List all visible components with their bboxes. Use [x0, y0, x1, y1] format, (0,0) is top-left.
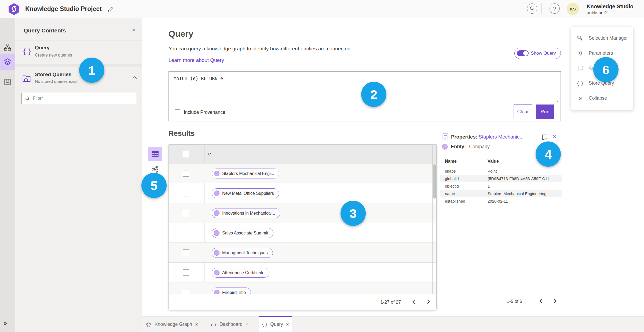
sidebar-item-stored-queries[interactable]: Stored Queries No stored queries exist [15, 67, 142, 92]
braces-icon: { } [262, 322, 267, 327]
filter-input[interactable] [33, 96, 124, 101]
collapse-item[interactable]: » Collapse [571, 91, 633, 106]
property-row: established2020-02-11 [440, 197, 562, 205]
query-item-description: Create new queries [35, 53, 72, 58]
entity-pill[interactable]: Staplers Mechanical Engi... [212, 169, 279, 178]
tab-dashboard[interactable]: Dashboard × [211, 316, 248, 332]
table-row: Innovations in Mechanical... [169, 203, 436, 223]
chevron-up-icon[interactable] [132, 76, 137, 79]
row-checkbox[interactable] [183, 230, 189, 236]
app-logo-icon[interactable] [8, 3, 20, 16]
results-table-header: e [169, 145, 436, 163]
network-icon [146, 322, 152, 327]
table-row: Attendance Certificate [169, 263, 436, 282]
entity-pill[interactable]: Attendance Certificate [212, 268, 269, 278]
braces-icon: { } [577, 80, 584, 87]
results-title: Results [169, 129, 195, 138]
property-row: shapePoint [440, 167, 562, 175]
entity-dot-icon [214, 171, 219, 176]
filter-search-icon [25, 96, 30, 101]
entity-dot-icon [214, 230, 219, 236]
tab-query-active[interactable]: { } Query × [259, 316, 292, 332]
entity-dot-icon [214, 191, 219, 196]
row-checkbox[interactable] [183, 249, 189, 256]
save-icon[interactable] [4, 78, 11, 86]
entity-pill[interactable]: New Metal Office Suppliers [212, 188, 279, 198]
project-hierarchy-icon[interactable] [4, 43, 11, 51]
entity-pill[interactable]: Innovations in Mechanical... [212, 208, 280, 218]
editor-footer-divider [169, 104, 561, 104]
query-editor-input[interactable]: MATCH (e) RETURN e [174, 76, 223, 81]
selection-manager-icon [577, 35, 584, 42]
table-view-button[interactable] [148, 147, 162, 161]
account-role: publisher2 [587, 10, 633, 16]
clear-button[interactable]: Clear [514, 105, 532, 119]
value-column-header: Value [488, 159, 499, 164]
prev-page-icon[interactable] [411, 299, 418, 306]
table-row: Sales Associate Summit [169, 223, 436, 243]
next-page-icon[interactable] [425, 299, 432, 306]
close-properties-icon[interactable]: × [552, 133, 556, 140]
row-checkbox[interactable] [183, 210, 189, 216]
tab-close-icon[interactable]: × [195, 322, 198, 327]
gauge-icon [211, 322, 217, 327]
avatar[interactable]: KS [567, 3, 579, 15]
account-info[interactable]: Knowledge Studio publisher2 [587, 3, 633, 16]
row-checkbox[interactable] [183, 190, 189, 196]
search-icon [529, 6, 535, 11]
properties-footer-divider [441, 293, 562, 293]
query-description: You can query a knowledge graph to ident… [169, 46, 352, 52]
section-divider [15, 64, 142, 66]
entity-pill[interactable]: Firebird Title [212, 288, 251, 294]
properties-entity-link[interactable]: Staplers Mechanic... [479, 134, 524, 140]
entity-dot-icon [214, 250, 219, 256]
entity-pill[interactable]: Sales Associate Summit [212, 228, 273, 238]
row-checkbox[interactable] [183, 289, 189, 294]
results-pagination: 1-27 of 27 [169, 294, 436, 310]
run-button[interactable]: Run [536, 105, 554, 119]
question-icon: ? [553, 6, 556, 12]
stored-queries-folder-icon [22, 74, 31, 82]
entity-dot-icon [214, 270, 219, 275]
graph-view-button[interactable] [151, 166, 159, 173]
show-query-toggle[interactable]: Show Query [514, 48, 561, 59]
search-button[interactable] [527, 3, 537, 14]
callout-4: 4 [536, 141, 561, 167]
page-title: Query [169, 29, 193, 39]
select-all-checkbox[interactable] [183, 151, 189, 157]
prev-page-icon[interactable] [538, 298, 545, 305]
table-row: Staplers Mechanical Engi... [169, 163, 436, 183]
learn-more-link[interactable]: Learn more about Query [169, 57, 224, 63]
property-row: nameStaplers Mechanical Engineering [440, 190, 562, 197]
link-chart-icon [151, 166, 159, 173]
add-to-map-icon[interactable] [541, 134, 548, 141]
callout-2: 2 [361, 82, 386, 107]
table-row: Managment Techniques [169, 243, 436, 263]
help-button[interactable]: ? [550, 3, 560, 14]
row-checkbox[interactable] [183, 170, 189, 177]
sidebar-item-query[interactable]: { } Query Create new queries [15, 40, 142, 64]
layers-icon[interactable] [4, 58, 11, 65]
results-column-header: e [208, 151, 211, 157]
table-row: Firebird Title [169, 282, 436, 294]
selection-manager-item[interactable]: Selection Manager [571, 31, 633, 46]
expand-rail-icon[interactable]: » [3, 319, 12, 326]
project-title: Knowledge Studio Project [25, 5, 102, 13]
resize-handle[interactable] [555, 99, 558, 102]
tab-knowledge-graph[interactable]: Knowledge Graph × [146, 316, 198, 332]
braces-icon: { } [23, 47, 31, 55]
top-bar: Knowledge Studio Project ? KS Knowledge … [0, 0, 644, 18]
edit-title-icon[interactable] [107, 5, 114, 12]
results-scrollbar[interactable] [433, 164, 436, 199]
panel-close-icon[interactable]: × [132, 26, 136, 34]
tab-close-icon[interactable]: × [286, 322, 289, 327]
include-provenance-checkbox[interactable] [175, 109, 180, 115]
property-row: globalid{5D9B4713-F98D-4A53-A59F-C11... [440, 175, 562, 182]
next-page-icon[interactable] [552, 298, 559, 305]
filter-field[interactable] [21, 93, 136, 104]
callout-3: 3 [341, 201, 366, 226]
row-checkbox[interactable] [183, 269, 189, 276]
entity-pill[interactable]: Managment Techniques [212, 248, 273, 258]
entity-type-row: Entity: Company [442, 144, 490, 150]
tab-close-icon[interactable]: × [246, 322, 248, 327]
